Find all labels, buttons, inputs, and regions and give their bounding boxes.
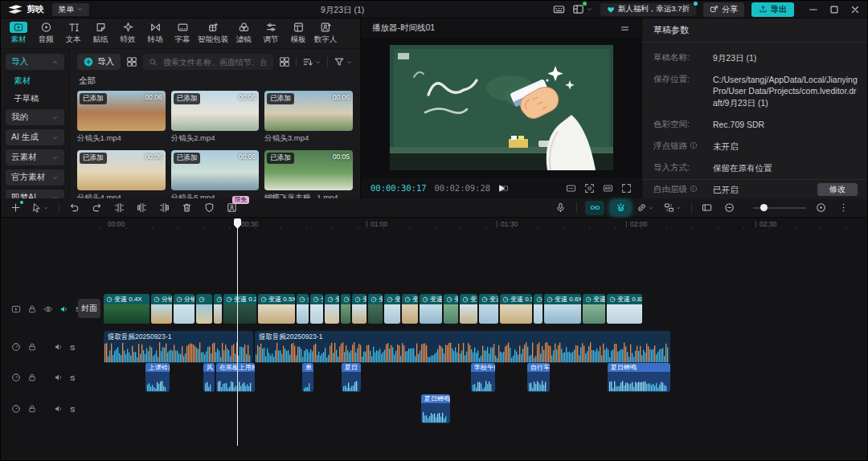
playhead[interactable]: [237, 218, 238, 446]
sound-effect-clip[interactable]: 学校午休: [471, 363, 495, 392]
sound-effect-clip[interactable]: 单: [302, 363, 313, 392]
delete-right-button[interactable]: [158, 202, 170, 214]
audio-clip[interactable]: 提取音频20250923-1: [255, 331, 670, 363]
grid-view-icon[interactable]: [279, 56, 290, 67]
video-clip[interactable]: 分: [534, 294, 542, 324]
ribbon-tab-text[interactable]: 文本: [59, 20, 87, 47]
search-input[interactable]: [162, 57, 268, 67]
video-clip[interactable]: 变: [384, 294, 400, 324]
audio-clip[interactable]: 提取音频20250923-1: [104, 331, 253, 363]
record-voiceover-button[interactable]: [554, 202, 567, 214]
media-thumbnail[interactable]: 已添加00:05: [264, 150, 353, 190]
video-track[interactable]: 变速 0.4X分镜头1分镜5变速 0.2X变速 0.5X分变变速蝴蝶变变速变变速…: [104, 294, 867, 324]
minimize-button[interactable]: [808, 4, 819, 15]
sidebar-item-我的[interactable]: 我的: [6, 109, 64, 125]
timeline-zoom-slider[interactable]: [753, 202, 806, 214]
eye-icon[interactable]: [43, 304, 53, 314]
sidebar-item-导入[interactable]: 导入: [6, 54, 64, 70]
video-clip[interactable]: 变速 0.5X: [460, 294, 477, 324]
split-button[interactable]: [113, 202, 125, 214]
add-media-button[interactable]: [9, 202, 22, 214]
media-item[interactable]: 已添加00:05蝴蝶飞落去糖...1.mp4: [264, 150, 353, 203]
sound-effect-clip[interactable]: 在黑板上用粉笔: [216, 363, 255, 392]
sound-icon[interactable]: [54, 404, 63, 414]
media-item[interactable]: 已添加00:06分镜头3.mp4: [264, 91, 353, 144]
track-split-button[interactable]: [664, 202, 682, 214]
timeline-fit-button[interactable]: [814, 202, 827, 214]
video-clip[interactable]: 蝴蝶: [341, 294, 350, 324]
delete-button[interactable]: [180, 202, 193, 214]
clip-icon[interactable]: [11, 304, 21, 314]
ribbon-tab-transition[interactable]: 转场: [141, 20, 169, 47]
ribbon-tab-avatar[interactable]: 数字人: [312, 20, 339, 47]
video-clip[interactable]: 变速 0.6X: [544, 294, 581, 324]
main-track-magnet-toggle[interactable]: [585, 201, 604, 215]
media-thumbnail[interactable]: 已添加00:06: [77, 150, 166, 190]
video-clip[interactable]: 分镜5: [174, 294, 194, 324]
sidebar-item-云素材[interactable]: 云素材: [6, 149, 64, 165]
media-item[interactable]: 已添加00:06分镜头1.mp4: [77, 91, 166, 144]
media-item[interactable]: 已添加00:06分镜头2.mp4: [171, 91, 260, 144]
modify-button[interactable]: 修改: [817, 183, 858, 196]
close-button[interactable]: [850, 4, 861, 15]
layout-switch-button[interactable]: [572, 3, 593, 15]
media-thumbnail[interactable]: 已添加00:06: [264, 91, 353, 131]
player-canvas[interactable]: [361, 38, 641, 177]
video-clip[interactable]: 变速: [368, 294, 383, 324]
video-clip[interactable]: 变速 0.3X: [420, 294, 442, 324]
ribbon-tab-template[interactable]: 模板: [285, 20, 312, 47]
media-thumbnail[interactable]: 已添加00:06: [171, 150, 260, 190]
menu-button[interactable]: 菜单: [52, 3, 89, 16]
linkage-button[interactable]: [637, 202, 654, 214]
lock-icon[interactable]: [27, 342, 37, 352]
timeline-ruler[interactable]: 00:0000:3001:0001:3002:0002:30: [100, 218, 867, 231]
sound-effect-clip[interactable]: 夏日蝉鸣: [608, 363, 670, 392]
gauge-icon[interactable]: [11, 373, 21, 382]
sidebar-item-AI 生成[interactable]: AI 生成: [6, 129, 64, 145]
cover-button[interactable]: 封面: [78, 299, 100, 318]
delete-left-button[interactable]: [135, 202, 148, 214]
video-clip[interactable]: 变速: [325, 294, 339, 324]
ribbon-tab-pack[interactable]: 智能包装: [196, 20, 230, 47]
import-button[interactable]: 导入: [77, 54, 121, 70]
video-clip[interactable]: 分: [297, 294, 309, 324]
ribbon-tab-caption[interactable]: 字幕: [169, 20, 196, 47]
promo-badge[interactable]: 新人福利，幸运3.7折: [600, 3, 696, 16]
sidebar-item-官方素材[interactable]: 官方素材: [6, 169, 64, 186]
gauge-icon[interactable]: [11, 342, 21, 352]
video-clip[interactable]: 变速: [402, 294, 418, 324]
lock-icon[interactable]: [27, 404, 37, 414]
video-clip[interactable]: 变: [310, 294, 323, 324]
sidebar-item-子草稿[interactable]: 子草稿: [6, 92, 64, 105]
export-button[interactable]: 导出: [751, 2, 794, 17]
share-button[interactable]: 分享: [703, 2, 744, 17]
ratio-icon[interactable]: [566, 183, 576, 194]
solo-button[interactable]: S: [70, 343, 75, 352]
sort-button[interactable]: [302, 56, 321, 67]
timeline-zoom-out-button[interactable]: [723, 202, 735, 214]
lock-icon[interactable]: [27, 373, 37, 382]
redo-button[interactable]: [90, 202, 103, 214]
video-clip[interactable]: 变速 0.4X: [104, 294, 149, 324]
audio-track[interactable]: 提取音频20250923-1提取音频20250923-1: [104, 331, 867, 363]
undo-button[interactable]: [68, 202, 80, 214]
fullscreen-icon[interactable]: [621, 183, 632, 194]
shortcut-keyboard-icon[interactable]: [553, 3, 565, 15]
ribbon-tab-audio[interactable]: 音频: [32, 20, 59, 47]
media-thumbnail[interactable]: 已添加00:06: [171, 91, 260, 131]
media-thumbnail[interactable]: 已添加00:06: [77, 91, 166, 131]
filter-button[interactable]: [334, 56, 353, 67]
play-button[interactable]: [496, 183, 506, 194]
video-clip[interactable]: [196, 294, 212, 324]
video-clip[interactable]: 变速 0.8X: [607, 294, 642, 324]
mask-button[interactable]: [203, 202, 215, 214]
video-clip[interactable]: 变速: [479, 294, 498, 324]
sound-icon[interactable]: [59, 304, 69, 314]
sound-icon[interactable]: [54, 342, 63, 352]
sidebar-item-素材[interactable]: 素材: [6, 74, 64, 88]
sound-effect-clip[interactable]: 自行车铃: [527, 363, 550, 392]
ribbon-tab-filter[interactable]: 滤镜: [230, 20, 257, 47]
sound-effect-clip[interactable]: 夏日蝉鸣: [421, 394, 450, 423]
sound-effect-clip[interactable]: 上课铃声: [145, 363, 170, 392]
select-tool-button[interactable]: [31, 202, 49, 214]
